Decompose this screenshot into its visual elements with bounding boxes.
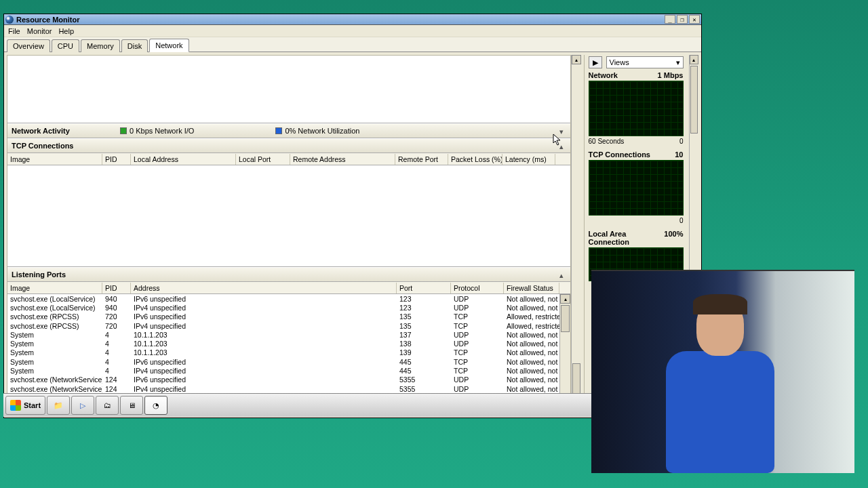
io-swatch-icon <box>120 127 127 134</box>
listening-header[interactable]: Image PID Address Port Protocol Firewall… <box>7 282 570 294</box>
graph-network: Network1 Mbps 60 Seconds0 <box>589 71 684 145</box>
tab-memory[interactable]: Memory <box>81 39 120 52</box>
scroll-thumb[interactable] <box>690 66 698 134</box>
folder-icon: 🗂 <box>104 401 111 409</box>
app-icon <box>5 16 14 24</box>
scroll-up-icon[interactable]: ▴ <box>572 55 581 64</box>
tab-disk[interactable]: Disk <box>121 39 148 52</box>
col-pid[interactable]: PID <box>102 154 131 165</box>
table-row[interactable]: System410.1.1.203137UDPNot allowed, not … <box>7 330 559 339</box>
io-value: 0 Kbps Network I/O <box>130 127 194 135</box>
tcp-header[interactable]: Image PID Local Address Local Port Remot… <box>7 153 570 165</box>
col-local-address[interactable]: Local Address <box>131 154 236 165</box>
explorer-icon: 📁 <box>54 401 63 410</box>
section-title: TCP Connections <box>12 142 120 150</box>
col-image[interactable]: Image <box>7 283 102 293</box>
table-row[interactable]: System410.1.1.203139TCPNot allowed, not … <box>7 348 559 357</box>
table-row[interactable]: svchost.exe (LocalService)940IPv4 unspec… <box>7 303 559 312</box>
table-row[interactable]: System410.1.1.203138UDPNot allowed, not … <box>7 339 559 348</box>
titlebar[interactable]: Resource Monitor _ ❐ ✕ <box>4 14 701 25</box>
col-packet-loss[interactable]: Packet Loss (%) <box>448 154 502 165</box>
taskbar-explorer[interactable]: 📁 <box>47 396 70 415</box>
menu-monitor[interactable]: Monitor <box>27 27 52 35</box>
server-icon: 🖥 <box>128 401 136 409</box>
taskbar-server-manager[interactable]: 🖥 <box>120 396 143 415</box>
col-address[interactable]: Address <box>131 283 397 293</box>
network-graph <box>589 81 684 136</box>
tcp-graph <box>589 160 684 216</box>
process-filter-area <box>7 56 570 123</box>
table-row[interactable]: svchost.exe (NetworkService)124IPv4 unsp… <box>7 384 559 393</box>
section-tcp-connections[interactable]: TCP Connections ▴ <box>7 138 570 153</box>
tab-network[interactable]: Network <box>149 39 189 52</box>
main-scrollbar[interactable]: ▴ ▾ <box>571 55 581 415</box>
menu-help[interactable]: Help <box>58 27 74 35</box>
col-remote-port[interactable]: Remote Port <box>395 154 448 165</box>
table-row[interactable]: svchost.exe (RPCSS)720IPv6 unspecified13… <box>7 312 559 321</box>
presenter-video <box>591 270 854 473</box>
section-network-activity[interactable]: Network Activity 0 Kbps Network I/O 0% N… <box>7 123 570 138</box>
col-latency[interactable]: Latency (ms) <box>502 154 555 165</box>
col-firewall[interactable]: Firewall Status <box>504 283 559 293</box>
resmon-icon: ◔ <box>153 401 159 410</box>
table-row[interactable]: System4IPv6 unspecified445TCPNot allowed… <box>7 357 559 366</box>
views-label: Views <box>610 58 629 66</box>
close-button[interactable]: ✕ <box>689 15 700 24</box>
section-title: Network Activity <box>12 127 120 135</box>
table-row[interactable]: svchost.exe (NetworkService)124IPv6 unsp… <box>7 375 559 384</box>
chevron-up-icon[interactable]: ▴ <box>557 142 566 151</box>
chevron-down-icon: ▾ <box>676 58 680 67</box>
menu-file[interactable]: File <box>8 27 20 35</box>
start-label: Start <box>24 401 41 409</box>
graph-tcp: TCP Connections10 0 <box>589 150 684 224</box>
play-button[interactable]: ▶ <box>589 56 602 68</box>
col-remote-address[interactable]: Remote Address <box>290 154 395 165</box>
powershell-icon: ▷ <box>80 401 85 410</box>
table-row[interactable]: svchost.exe (LocalService)940IPv6 unspec… <box>7 294 559 303</box>
util-value: 0% Network Utilization <box>285 127 359 135</box>
scroll-up-icon[interactable]: ▴ <box>690 55 699 64</box>
col-pid[interactable]: PID <box>102 283 131 293</box>
col-local-port[interactable]: Local Port <box>236 154 290 165</box>
tab-overview[interactable]: Overview <box>7 39 50 52</box>
taskbar-resource-monitor[interactable]: ◔ <box>144 396 167 415</box>
table-row[interactable]: System4IPv4 unspecified445TCPNot allowed… <box>7 366 559 375</box>
windows-logo-icon <box>10 400 21 411</box>
col-image[interactable]: Image <box>7 154 102 165</box>
col-protocol[interactable]: Protocol <box>451 283 504 293</box>
chevron-down-icon[interactable]: ▾ <box>557 127 566 136</box>
taskbar-folder[interactable]: 🗂 <box>96 396 119 415</box>
taskbar-powershell[interactable]: ▷ <box>71 396 94 415</box>
views-dropdown[interactable]: Views ▾ <box>606 56 684 68</box>
window-title: Resource Monitor <box>16 16 665 24</box>
scroll-up-icon[interactable]: ▴ <box>560 294 570 304</box>
scroll-thumb[interactable] <box>561 305 570 332</box>
start-button[interactable]: Start <box>5 396 45 415</box>
tcp-table-body <box>7 165 570 267</box>
util-swatch-icon <box>275 127 282 134</box>
minimize-button[interactable]: _ <box>665 15 675 24</box>
tabbar: Overview CPU Memory Disk Network <box>4 37 701 52</box>
menubar: File Monitor Help <box>4 25 701 37</box>
section-title: Listening Ports <box>12 270 120 279</box>
restore-button[interactable]: ❐ <box>677 15 688 24</box>
tab-cpu[interactable]: CPU <box>52 39 79 52</box>
main-panel: Network Activity 0 Kbps Network I/O 0% N… <box>7 55 571 415</box>
col-port[interactable]: Port <box>397 283 451 293</box>
table-row[interactable]: svchost.exe (RPCSS)720IPv4 unspecified13… <box>7 321 559 330</box>
section-listening-ports[interactable]: Listening Ports ▴ <box>7 267 570 282</box>
chevron-up-icon[interactable]: ▴ <box>557 270 566 280</box>
